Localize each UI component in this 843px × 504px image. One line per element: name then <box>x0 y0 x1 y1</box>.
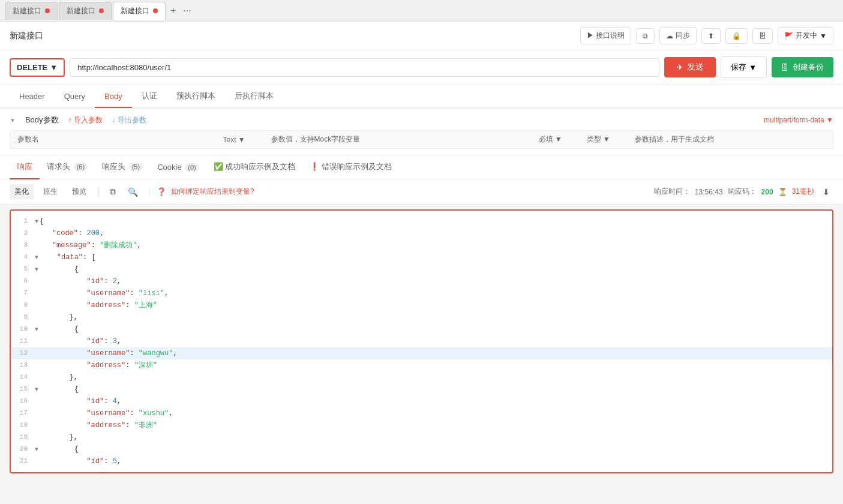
line-number: 19 <box>11 432 32 442</box>
backup-icon: 🗄 <box>781 63 789 72</box>
line-content: }, <box>32 312 78 323</box>
line-number: 16 <box>11 396 32 406</box>
export-params-button[interactable]: ↓ 导出参数 <box>112 115 146 125</box>
line-number: 2 <box>11 228 32 238</box>
line-content: ▼ { <box>32 264 79 275</box>
bind-variable-link[interactable]: 如何绑定响应结果到变量? <box>171 187 254 197</box>
cookie-badge: (0) <box>185 163 199 172</box>
json-line: 19 }, <box>11 431 832 443</box>
save-button[interactable]: 保存 ▼ <box>721 56 767 78</box>
tab-bar: 新建接口 新建接口 新建接口 + ··· <box>0 0 843 22</box>
json-line: 18 "address": "非洲" <box>11 419 832 431</box>
fold-button[interactable]: ▼ <box>35 446 38 453</box>
tab-body[interactable]: Body <box>95 86 132 108</box>
copy-response-button[interactable]: ⧉ <box>106 184 119 199</box>
resp-tab-error-doc[interactable]: ❗ 错误响应示例及文档 <box>302 155 399 179</box>
line-content: "message": "删除成功", <box>32 240 142 251</box>
resp-tab-success-doc[interactable]: ✅ 成功响应示例及文档 <box>206 155 303 179</box>
params-col-desc: 参数描述，用于生成文档 <box>630 134 833 145</box>
resp-duration-value: 31毫秒 <box>792 187 814 197</box>
json-line: 13 "address": "深圳" <box>11 359 832 371</box>
dev-label: 开发中 <box>796 31 817 41</box>
json-line: 7 "username": "lisi", <box>11 287 832 299</box>
line-content: ▼{ <box>32 216 44 227</box>
line-number: 5 <box>11 264 32 274</box>
json-line: 8 "address": "上海" <box>11 299 832 311</box>
line-number: 18 <box>11 420 32 430</box>
line-number: 3 <box>11 240 32 250</box>
tab-3[interactable]: 新建接口 <box>113 2 166 20</box>
send-button[interactable]: ✈ 发送 <box>664 57 716 77</box>
line-number: 9 <box>11 312 32 322</box>
tab-query[interactable]: Query <box>55 86 95 108</box>
tab-header[interactable]: Header <box>10 86 55 108</box>
resp-tab-response-headers[interactable]: 响应头 (5) <box>95 155 150 179</box>
fold-button[interactable]: ▼ <box>35 386 38 393</box>
tab-header-label: Header <box>19 92 45 101</box>
tab-add-button[interactable]: + <box>167 5 179 16</box>
line-number: 17 <box>11 408 32 418</box>
body-section: ▼ Body参数 ↑ 导入参数 ↓ 导出参数 multipart/form-da… <box>0 109 843 155</box>
json-line: 3 "message": "删除成功", <box>11 239 832 251</box>
tab-post-script[interactable]: 后执行脚本 <box>225 85 283 109</box>
raw-button[interactable]: 原生 <box>38 184 62 199</box>
json-line: 17 "username": "xushu", <box>11 407 832 419</box>
line-number: 21 <box>11 456 32 466</box>
tab-more-button[interactable]: ··· <box>179 5 194 16</box>
resp-tab-response-label: 响应 <box>17 162 32 171</box>
download-button[interactable]: ⬇ <box>819 185 833 199</box>
flag-icon: 🚩 <box>784 32 793 40</box>
fold-button[interactable]: ▼ <box>35 326 38 333</box>
api-desc-button[interactable]: ▶ 接口说明 <box>580 27 631 44</box>
copy-button[interactable]: ⧉ <box>636 28 655 44</box>
json-line: 5▼ { <box>11 263 832 275</box>
tab-auth[interactable]: 认证 <box>132 85 167 109</box>
tab-pre-script[interactable]: 预执行脚本 <box>167 85 225 109</box>
method-button[interactable]: DELETE ▼ <box>10 58 65 77</box>
json-line: 11 "id": 3, <box>11 335 832 347</box>
json-line: 14 }, <box>11 371 832 383</box>
resp-code-value: 200 <box>761 188 773 196</box>
params-col-name: 参数名 <box>10 134 218 145</box>
resp-tab-cookie[interactable]: Cookie (0) <box>150 157 206 179</box>
json-line: 16 "id": 4, <box>11 395 832 407</box>
params-col-coltype[interactable]: 类型 ▼ <box>582 134 630 145</box>
resp-tab-success-label: 成功响应示例及文档 <box>225 162 295 171</box>
line-content: "address": "上海" <box>32 300 157 311</box>
import-params-button[interactable]: ↑ 导入参数 <box>68 115 103 125</box>
db-button[interactable]: 🗄 <box>752 28 773 44</box>
line-number: 8 <box>11 300 32 310</box>
tab-2[interactable]: 新建接口 <box>59 2 112 20</box>
preview-button[interactable]: 预览 <box>67 184 91 199</box>
url-input[interactable] <box>70 58 659 77</box>
params-col-type[interactable]: Text ▼ <box>218 136 266 144</box>
line-content: "code": 200, <box>32 228 104 239</box>
share-button[interactable]: ⬆ <box>701 28 721 44</box>
tab-1[interactable]: 新建接口 <box>5 2 58 20</box>
url-bar: DELETE ▼ ✈ 发送 保存 ▼ 🗄 创建备份 <box>0 50 843 85</box>
json-line: 9 }, <box>11 311 832 323</box>
resp-time-value: 13:56:43 <box>695 188 723 196</box>
tab-3-dot <box>153 8 158 13</box>
lock-button[interactable]: 🔒 <box>725 28 748 44</box>
form-type-selector[interactable]: multipart/form-data ▼ <box>764 116 833 124</box>
params-col-required[interactable]: 必填 ▼ <box>534 134 582 145</box>
fold-button[interactable]: ▼ <box>35 254 38 261</box>
sync-button[interactable]: ☁ 同步 <box>659 27 697 44</box>
fold-button[interactable]: ▼ <box>35 218 38 225</box>
tab-3-label: 新建接口 <box>121 6 149 16</box>
json-line: 2 "code": 200, <box>11 227 832 239</box>
fold-button[interactable]: ▼ <box>35 266 38 273</box>
beautify-button[interactable]: 美化 <box>10 184 34 199</box>
resp-tab-request-headers[interactable]: 请求头 (6) <box>40 155 95 179</box>
resp-tab-resp-headers-label: 响应头 <box>102 162 125 171</box>
resp-tab-response[interactable]: 响应 <box>10 155 40 179</box>
search-button[interactable]: 🔍 <box>124 185 142 199</box>
json-line: 20▼ { <box>11 443 832 455</box>
tab-1-label: 新建接口 <box>13 6 41 16</box>
json-line: 21 "id": 5, <box>11 455 832 467</box>
line-content: }, <box>32 372 78 383</box>
create-backup-button[interactable]: 🗄 创建备份 <box>772 57 833 77</box>
line-content: ▼ { <box>32 324 79 335</box>
dev-status-button[interactable]: 🚩 开发中 ▼ <box>778 27 833 44</box>
